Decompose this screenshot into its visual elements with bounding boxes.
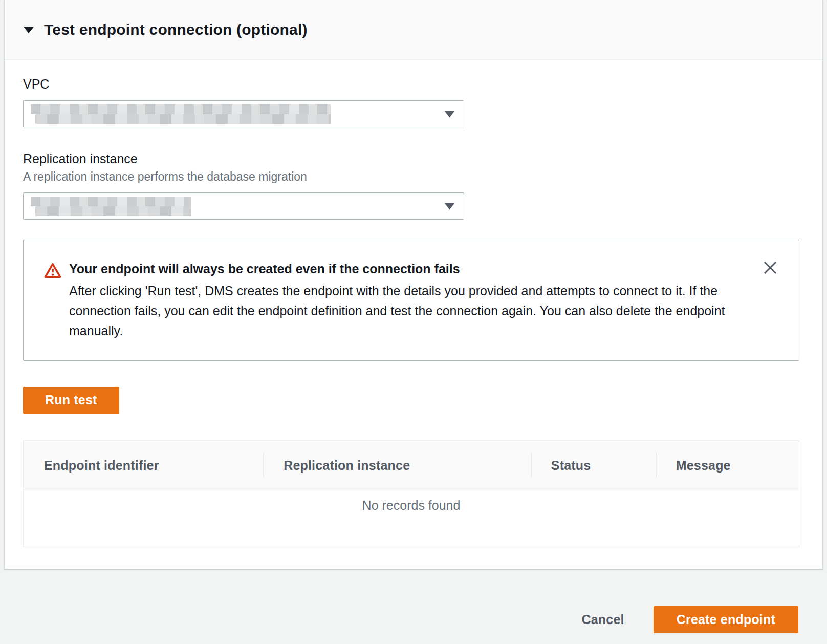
test-endpoint-panel: Test endpoint connection (optional) VPC …: [4, 0, 823, 569]
warning-alert-text: Your endpoint will always be created eve…: [69, 261, 732, 341]
create-endpoint-button[interactable]: Create endpoint: [654, 606, 798, 633]
vpc-redacted-value: [31, 104, 331, 124]
warning-alert: Your endpoint will always be created eve…: [23, 240, 799, 361]
warning-triangle-icon: [44, 263, 61, 278]
column-header-endpoint-identifier: Endpoint identifier: [24, 441, 263, 490]
replication-instance-label: Replication instance: [23, 151, 799, 167]
warning-alert-title: Your endpoint will always be created eve…: [69, 261, 732, 277]
panel-body: VPC Replication instance A replication i…: [5, 60, 822, 569]
table-header-row: Endpoint identifier Replication instance…: [24, 441, 799, 490]
vpc-select[interactable]: [23, 100, 464, 127]
warning-alert-body: After clicking 'Run test', DMS creates t…: [69, 281, 732, 341]
vpc-field: VPC: [23, 76, 799, 127]
table-body: No records found: [24, 490, 799, 547]
empty-state-message: No records found: [362, 498, 461, 513]
form-footer: Cancel Create endpoint: [0, 569, 827, 644]
column-header-status: Status: [531, 441, 656, 490]
panel-title: Test endpoint connection (optional): [44, 21, 308, 38]
connection-results-table: Endpoint identifier Replication instance…: [23, 440, 799, 547]
column-header-message: Message: [656, 441, 799, 490]
panel-header[interactable]: Test endpoint connection (optional): [5, 0, 822, 60]
column-header-replication-instance: Replication instance: [263, 441, 531, 490]
chevron-down-icon: [444, 203, 455, 210]
vpc-label: VPC: [23, 76, 799, 92]
chevron-down-icon: [444, 111, 455, 118]
replication-instance-field: Replication instance A replication insta…: [23, 151, 799, 220]
page: Test endpoint connection (optional) VPC …: [0, 0, 827, 644]
collapse-triangle-icon: [23, 26, 34, 34]
run-test-button[interactable]: Run test: [23, 387, 119, 414]
close-icon[interactable]: [758, 255, 782, 280]
replication-instance-description: A replication instance performs the data…: [23, 169, 799, 184]
replication-instance-redacted-value: [31, 197, 191, 216]
cancel-button[interactable]: Cancel: [582, 612, 624, 633]
replication-instance-select[interactable]: [23, 192, 464, 220]
